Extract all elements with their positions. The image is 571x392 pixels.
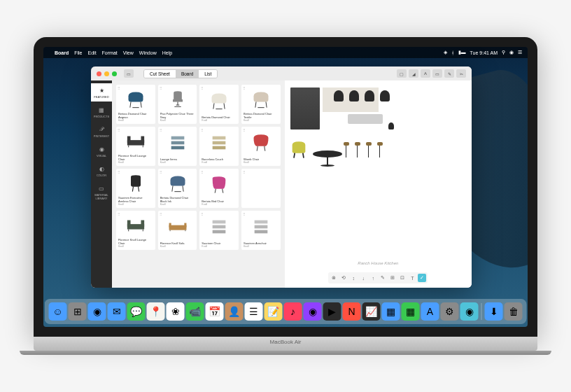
tab-board[interactable]: Board	[176, 70, 199, 78]
tab-cutsheet[interactable]: Cut Sheet	[144, 70, 176, 78]
dock-numbers-icon[interactable]: ▦	[402, 302, 420, 321]
product-card[interactable]: ⠿ Lounge Items Knoll	[158, 127, 197, 166]
drag-handle-icon[interactable]: ⠿	[160, 212, 162, 216]
drag-handle-icon[interactable]: ⠿	[201, 86, 204, 90]
crop-tool-icon[interactable]: ✂	[456, 69, 466, 78]
product-card[interactable]: ⠿ Saarinen Chair Knoll	[199, 211, 239, 250]
dock-keynote-icon[interactable]: ▦	[382, 302, 400, 321]
tool-edit-icon[interactable]: ✎	[379, 274, 387, 282]
dock-launchpad-icon[interactable]: ⊞	[69, 302, 87, 321]
menu-edit[interactable]: Edit	[88, 50, 97, 55]
dock-podcasts-icon[interactable]: ◉	[304, 302, 322, 321]
product-card[interactable]: ⠿ Womb Chair Knoll	[241, 127, 281, 166]
tool-delete-icon[interactable]: ⊗	[330, 274, 338, 282]
bluetooth-icon[interactable]: ᚼ	[451, 50, 454, 55]
product-card[interactable]: ⠿ Florence Knoll Lounge Chair Knoll	[116, 211, 155, 250]
canvas-pendant-4[interactable]	[380, 90, 390, 102]
product-card[interactable]: ⠿ Bertoia Diamond Chair Knoll	[199, 85, 239, 124]
shape-tool-icon[interactable]: ◢	[409, 69, 418, 78]
canvas-pendant-3[interactable]	[365, 90, 374, 102]
dock-trash-icon[interactable]: 🗑	[505, 302, 523, 321]
drag-handle-icon[interactable]: ⠿	[160, 128, 162, 132]
siri-icon[interactable]: ◉	[509, 50, 514, 55]
drag-handle-icon[interactable]: ⠿	[118, 212, 120, 216]
tool-text-icon[interactable]: T	[408, 274, 416, 282]
product-card[interactable]: ⠿ Barcelona Couch Knoll	[199, 127, 239, 166]
product-card[interactable]: ⠿ Bertoia Diamond Chair Black Ink Knoll	[158, 169, 197, 208]
canvas-chair-yellow[interactable]	[289, 140, 304, 158]
menu-help[interactable]: Help	[162, 50, 172, 55]
product-card[interactable]: ⠿ Bertoia Bird Chair Knoll	[199, 169, 239, 208]
tool-duplicate-icon[interactable]: ⊞	[388, 274, 397, 282]
drag-handle-icon[interactable]: ⠿	[243, 212, 246, 216]
dock-mail-icon[interactable]: ✉	[108, 302, 126, 321]
minimize-button[interactable]	[104, 71, 109, 76]
product-card[interactable]: ⠿ Saarinen Executive Armless Chair Knoll	[116, 169, 155, 208]
dock-safari-icon[interactable]: ◉	[88, 302, 106, 321]
dock-maps-icon[interactable]: 📍	[147, 302, 165, 321]
sidebar-toggle-icon[interactable]: ▭	[124, 69, 134, 78]
tool-front-icon[interactable]: ↑	[369, 274, 377, 282]
canvas-stool-4[interactable]	[377, 142, 383, 158]
dock-downloads-icon[interactable]: ⬇	[485, 302, 503, 321]
tool-back-icon[interactable]: ↓	[359, 274, 367, 282]
dock-notes-icon[interactable]: 📝	[265, 302, 283, 321]
drag-handle-icon[interactable]: ⠿	[243, 170, 246, 174]
tool-rotate-icon[interactable]: ⟲	[339, 274, 348, 282]
dock-preferences-icon[interactable]: ⚙	[441, 302, 459, 321]
menu-format[interactable]: Format	[102, 50, 118, 55]
clock[interactable]: Tue 9:41 AM	[470, 50, 498, 55]
drag-handle-icon[interactable]: ⠿	[201, 128, 204, 132]
canvas-cabinet[interactable]	[290, 88, 320, 130]
drag-handle-icon[interactable]: ⠿	[243, 86, 246, 90]
canvas-pendant-2[interactable]	[349, 90, 359, 102]
sidebar-item-featured[interactable]: ★ FEATURED	[91, 83, 112, 102]
sidebar-item-pinterest[interactable]: 𝒫 PINTEREST	[91, 122, 112, 141]
drag-handle-icon[interactable]: ⠿	[118, 128, 120, 132]
dock-reminders-icon[interactable]: ☰	[245, 302, 263, 321]
dock-news-icon[interactable]: N	[343, 302, 361, 321]
dock-stocks-icon[interactable]: 📈	[362, 302, 381, 321]
canvas-pendant-1[interactable]	[334, 90, 344, 102]
menu-file[interactable]: File	[74, 50, 82, 55]
board-title[interactable]: Ranch House Kitchen	[358, 261, 398, 265]
drag-handle-icon[interactable]: ⠿	[160, 86, 162, 90]
canvas-pendant-small[interactable]	[388, 122, 394, 130]
canvas-stool-2[interactable]	[355, 142, 360, 158]
image-tool-icon[interactable]: ▢	[397, 69, 407, 78]
drag-handle-icon[interactable]: ⠿	[118, 170, 120, 174]
wifi-icon[interactable]: ◈	[444, 50, 447, 55]
product-card[interactable]: ⠿ Pivo Polyester Chair Three Gray Knoll	[158, 85, 197, 124]
sidebar-item-visual[interactable]: ◉ VISUAL	[91, 142, 112, 160]
dock-board-app-icon[interactable]: ◉	[460, 302, 479, 321]
canvas-table[interactable]	[313, 150, 342, 158]
canvas-cooktop[interactable]	[348, 114, 383, 124]
catalog-panel[interactable]: ⠿ Bertoia Diamond Chair Aegean Knoll⠿ Pi…	[112, 80, 285, 288]
dock-messages-icon[interactable]: 💬	[127, 302, 146, 321]
drag-handle-icon[interactable]: ⠿	[243, 128, 246, 132]
board-canvas[interactable]: Ranch House Kitchen ⊗ ⟲ ↕ ↓ ↑ ✎ ⊞ ⊡ T ✓	[285, 80, 472, 288]
notification-icon[interactable]: ☰	[518, 50, 522, 55]
sidebar-item-material[interactable]: ▭ MATERIAL LIBRARY	[91, 181, 112, 203]
tab-list[interactable]: List	[199, 70, 217, 78]
zoom-button[interactable]	[112, 71, 117, 76]
dock-facetime-icon[interactable]: 📹	[186, 302, 204, 321]
product-card[interactable]: ⠿ Saarinen Armchair Knoll	[241, 211, 281, 250]
tool-confirm-icon[interactable]: ✓	[418, 274, 426, 282]
drag-handle-icon[interactable]: ⠿	[201, 212, 204, 216]
dock-contacts-icon[interactable]: 👤	[225, 302, 244, 321]
menu-window[interactable]: Window	[139, 50, 157, 55]
product-card[interactable]: ⠿	[241, 169, 281, 208]
dock-finder-icon[interactable]: ☺	[49, 302, 67, 321]
draw-tool-icon[interactable]: ✎	[444, 69, 454, 78]
dock-tv-icon[interactable]: ▶	[323, 302, 341, 321]
menu-app-name[interactable]: Board	[55, 50, 69, 55]
dock-calendar-icon[interactable]: 📅	[206, 302, 224, 321]
close-button[interactable]	[97, 71, 101, 76]
product-card[interactable]: ⠿ Florence Knoll Sofa Knoll	[158, 211, 197, 250]
dock-appstore-icon[interactable]: A	[421, 302, 439, 321]
tool-flip-icon[interactable]: ↕	[349, 274, 358, 282]
spotlight-icon[interactable]: ⚲	[502, 50, 505, 55]
sidebar-item-products[interactable]: ▦ PRODUCTS	[91, 103, 112, 121]
menu-view[interactable]: View	[123, 50, 134, 55]
